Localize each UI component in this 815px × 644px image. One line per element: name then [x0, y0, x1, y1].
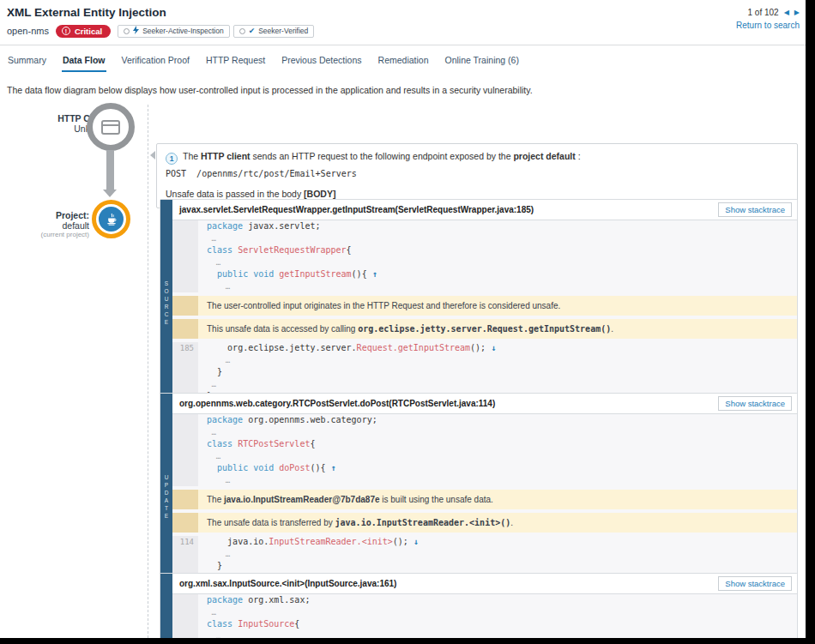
prev-arrow-icon[interactable]: ◀ — [784, 9, 789, 16]
tag-chip[interactable]: ✔Seeker-Verified — [233, 25, 315, 38]
gutter — [172, 450, 198, 462]
pagination-count: 1 of 102 — [748, 8, 779, 17]
tag-chip-label: Seeker-Active-Inspection — [142, 27, 224, 35]
http-client-node[interactable] — [87, 103, 135, 151]
note-row: This unsafe data is accessed by calling … — [172, 319, 797, 339]
tag-chip[interactable]: Seeker-Active-Inspection — [118, 25, 230, 38]
check-icon: ✔ — [249, 27, 256, 35]
code-line: } — [198, 560, 797, 572]
note-row: The user-controlled input originates in … — [172, 296, 797, 316]
code-line: package org.opennms.web.category; — [198, 414, 797, 426]
dataflow-section-3: org.xml.sax.InputSource.<init>(InputSour… — [160, 573, 798, 644]
note-text: The java.io.InputStreamReader@7b7da87e i… — [198, 490, 797, 509]
note-text: The unsafe data is transferred by java.i… — [198, 513, 797, 533]
code-row: … — [172, 548, 797, 560]
gutter — [172, 438, 198, 450]
issue-meta-row: open-nms ! Critical Seeker-Active-Inspec… — [7, 23, 314, 39]
severity-label: Critical — [75, 27, 102, 36]
code-line: … — [198, 606, 797, 618]
gutter — [172, 378, 198, 390]
code-line: public void getInputStream(){ ↑ — [198, 268, 797, 280]
stage-bar — [160, 574, 172, 644]
code-row: … — [172, 354, 797, 366]
code-row: … — [172, 232, 797, 244]
lightning-bolt-icon — [133, 26, 139, 36]
note-text: This unsafe data is accessed by calling … — [198, 319, 797, 339]
section-header: javax.servlet.ServletRequestWrapper.getI… — [172, 200, 797, 220]
code-row: public void getInputStream(){ ↑ — [172, 268, 797, 280]
gutter — [172, 232, 198, 244]
gutter — [172, 366, 198, 378]
code-row: … — [172, 474, 797, 486]
tab-bar: SummaryData FlowVerification ProofHTTP R… — [7, 51, 520, 72]
dataflow-section-1: SOURCEjavax.servlet.ServletRequestWrappe… — [160, 199, 798, 408]
code-row: package org.xml.sax; — [172, 594, 797, 606]
code-line: package javax.servlet; — [198, 220, 797, 232]
tab-summary[interactable]: Summary — [7, 51, 47, 72]
code-row: package org.opennms.web.category; — [172, 414, 797, 426]
code-row: … — [172, 378, 797, 390]
code-row: public void doPost(){ ↑ — [172, 462, 797, 474]
return-to-search-link[interactable]: Return to search — [736, 21, 800, 30]
gutter — [172, 296, 198, 316]
code-row: class InputSource{ — [172, 618, 797, 630]
status-ring-icon — [239, 28, 245, 34]
arrow-up-icon: ↑ — [331, 463, 336, 472]
next-arrow-icon[interactable]: ▶ — [794, 9, 800, 16]
pagination: 1 of 102 ◀ ▶ — [748, 8, 800, 17]
gutter: 114 — [172, 536, 198, 548]
tab-verification-proof[interactable]: Verification Proof — [121, 51, 190, 72]
flow-connector-arrowhead — [103, 190, 117, 197]
arrow-down-icon: ↓ — [491, 343, 496, 352]
section-main: org.xml.sax.InputSource.<init>(InputSour… — [172, 574, 797, 644]
gutter — [172, 256, 198, 268]
gutter — [172, 426, 198, 438]
page-title: XML External Entity Injection — [7, 6, 166, 19]
show-stacktrace-button[interactable]: Show stacktrace — [718, 202, 792, 217]
event-box-left-arrow-icon — [150, 151, 155, 159]
gutter — [172, 560, 198, 572]
tab-remediation[interactable]: Remediation — [377, 51, 430, 72]
code-body: package javax.servlet; …class ServletReq… — [172, 220, 797, 407]
severity-badge: ! Critical — [56, 25, 111, 38]
code-line: … — [198, 280, 797, 292]
tab-data-flow[interactable]: Data Flow — [62, 51, 106, 72]
gutter — [172, 606, 198, 618]
project-value: default — [0, 220, 89, 231]
java-logo-icon — [99, 207, 124, 232]
project-title: Project: — [0, 210, 89, 220]
stage-bar: SOURCE — [160, 200, 172, 407]
code-row: } — [172, 560, 797, 572]
arrow-up-icon: ↑ — [372, 269, 377, 279]
tab-previous-detections[interactable]: Previous Detections — [281, 51, 362, 72]
gutter — [172, 220, 198, 232]
project-node[interactable] — [92, 200, 130, 238]
exclamation-circle-icon: ! — [62, 27, 70, 35]
gutter — [172, 474, 198, 486]
code-row: class ServletRequestWrapper{ — [172, 244, 797, 256]
code-row: class RTCPostServlet{ — [172, 438, 797, 450]
gutter — [172, 319, 198, 339]
code-line: org.eclipse.jetty.server.Request.getInpu… — [198, 342, 797, 354]
note-row: The unsafe data is transferred by java.i… — [172, 513, 797, 533]
code-row: … — [172, 280, 797, 292]
show-stacktrace-button[interactable]: Show stacktrace — [718, 396, 792, 411]
show-stacktrace-button[interactable]: Show stacktrace — [718, 576, 792, 591]
code-line: } — [198, 366, 797, 378]
tab-http-request[interactable]: HTTP Request — [205, 51, 266, 72]
section-title: org.opennms.web.category.RTCPostServlet.… — [179, 399, 495, 408]
tab-online-training-6-[interactable]: Online Training (6) — [444, 51, 520, 72]
code-line: java.io.InputStreamReader.<init>(); ↓ — [198, 536, 797, 548]
intro-text: The data flow diagram below displays how… — [7, 85, 533, 95]
event-number-badge: 1 — [166, 153, 178, 165]
code-row: package javax.servlet; — [172, 220, 797, 232]
event-line-1: 1The HTTP client sends an HTTP request t… — [166, 151, 788, 165]
gutter — [172, 414, 198, 426]
code-body: package org.xml.sax; …class InputSource{… — [172, 594, 797, 644]
app-name: open-nms — [7, 26, 49, 36]
code-row: … — [172, 450, 797, 462]
screenshot-right-edge — [806, 0, 815, 644]
code-row: … — [172, 606, 797, 618]
section-main: org.opennms.web.category.RTCPostServlet.… — [172, 394, 797, 601]
code-line: … — [198, 232, 797, 244]
